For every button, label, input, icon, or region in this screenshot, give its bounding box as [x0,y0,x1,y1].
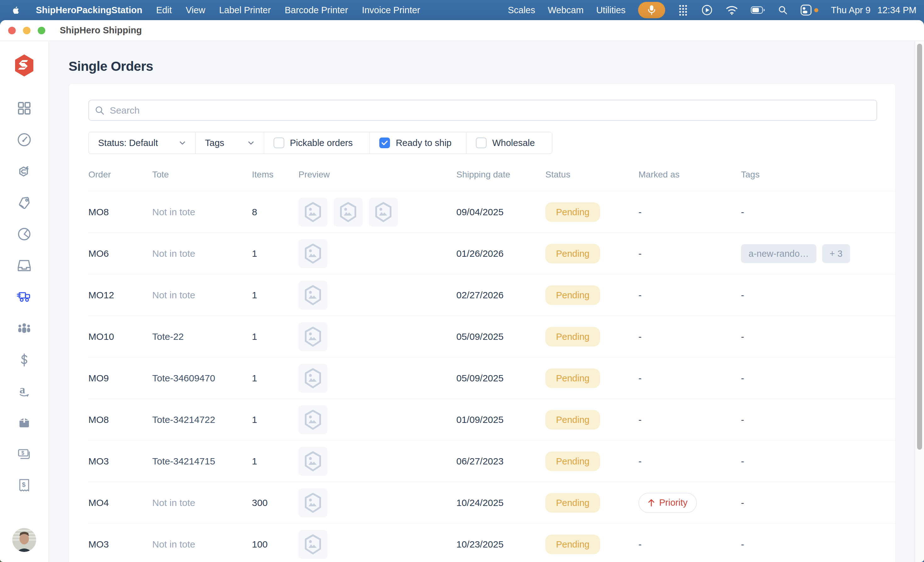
table-row[interactable]: MO8 Tote-34214722 1 01/09/2025 Pending -… [88,399,896,440]
sidebar-item-billing[interactable] [13,349,35,371]
column-header-preview: Preview [298,170,456,180]
product-image-placeholder-icon [298,281,327,310]
status-cell: Pending [545,535,638,554]
tags-cell: - [741,539,896,550]
apple-menu[interactable] [9,4,20,17]
tote-cell: Not in tote [152,497,252,508]
column-header-items: Items [252,170,298,180]
table-row[interactable]: MO3 Not in tote 100 10/23/2025 Pending -… [88,523,896,562]
ready-to-ship-checkbox[interactable]: Ready to ship [369,132,466,153]
package-icon [17,416,32,430]
wifi-button[interactable] [726,5,738,15]
sidebar-item-tags[interactable] [13,192,35,214]
checkbox-unchecked-icon [476,138,486,148]
tags-cell: - [741,207,896,218]
sidebar-item-inbox[interactable] [13,255,35,276]
sidebar-item-invoices[interactable]: $ [13,475,35,497]
menu-label-printer[interactable]: Label Printer [219,5,271,15]
table-body: MO8 Not in tote 8 09/04/2025 Pending - -… [88,191,896,562]
product-image-placeholder-icon [369,198,398,227]
column-header-order: Order [88,170,152,180]
order-cell: MO3 [88,539,152,550]
search-icon [94,105,105,116]
table-row[interactable]: MO8 Not in tote 8 09/04/2025 Pending - - [88,191,896,233]
pickable-orders-checkbox[interactable]: Pickable orders [264,132,370,153]
minimize-button[interactable] [23,27,30,34]
dots-grid-button[interactable] [678,3,688,17]
tag-icon [17,195,32,210]
menu-edit[interactable]: Edit [156,5,172,15]
pie-chart-icon [17,227,32,241]
play-circle-button[interactable] [701,4,713,16]
battery-button[interactable] [751,6,765,15]
table-row[interactable]: MO9 Tote-34609470 1 05/09/2025 Pending -… [88,357,896,399]
menubar-clock[interactable]: Thu Apr 9 12:34 PM [831,5,916,15]
shipping-date-cell: 06/27/2023 [456,456,545,467]
status-cell: Pending [545,327,638,346]
user-switch-icon [800,5,812,16]
window-title-bar[interactable]: ShipHero Shipping [0,20,924,41]
sidebar-item-products[interactable] [13,412,35,434]
sidebar-item-shipments[interactable] [13,286,35,308]
sidebar-item-amazon[interactable]: a [13,380,35,403]
menu-scales[interactable]: Scales [508,5,535,15]
status-cell: Pending [545,368,638,388]
sidebar-item-fulfillment[interactable] [13,160,35,182]
zoom-button[interactable] [38,27,45,34]
table-row[interactable]: MO4 Not in tote 300 10/24/2025 Pending P… [88,482,896,523]
sidebar-item-home[interactable] [13,54,35,77]
battery-icon [751,6,765,15]
order-cell: MO8 [88,207,152,218]
table-row[interactable]: MO10 Tote-22 1 05/09/2025 Pending - - [88,316,896,357]
user-switch-button[interactable] [800,5,818,16]
sidebar-item-analytics[interactable] [13,223,35,245]
svg-text:$: $ [22,481,26,488]
scrollbar-thumb[interactable] [917,44,922,450]
user-avatar-photo [12,528,36,552]
table-row[interactable]: MO6 Not in tote 1 01/26/2026 Pending - a… [88,233,896,274]
menu-webcam[interactable]: Webcam [548,5,584,15]
order-cell: MO4 [88,497,152,508]
user-avatar[interactable] [12,528,36,552]
pickable-orders-label: Pickable orders [290,138,353,148]
product-image-placeholder-icon [298,447,327,476]
amazon-icon: a [17,384,32,399]
table-row[interactable]: MO12 Not in tote 1 02/27/2026 Pending - … [88,274,896,316]
marked-as-cell: - [638,290,741,301]
ready-to-ship-label: Ready to ship [396,138,451,148]
shiphero-logo [14,54,35,77]
menubar-app-name[interactable]: ShipHeroPackingStation [36,5,142,15]
status-dropdown[interactable]: Status: Default [89,132,195,153]
status-cell: Pending [545,452,638,471]
microphone-status-button[interactable] [638,2,665,18]
preview-cell [298,239,456,268]
menu-view[interactable]: View [186,5,205,15]
close-button[interactable] [8,27,16,34]
wholesale-checkbox[interactable]: Wholesale [466,132,552,153]
sidebar-item-performance[interactable] [13,129,35,151]
menu-barcode-printer[interactable]: Barcode Printer [285,5,348,15]
hexagon-timer-icon [17,164,32,179]
items-cell: 1 [252,456,298,467]
shipping-date-cell: 05/09/2025 [456,373,545,383]
product-image-placeholder-icon [298,488,327,517]
preview-cell [298,488,456,517]
sidebar-item-team[interactable] [13,317,35,340]
status-cell: Pending [545,493,638,512]
menu-utilities[interactable]: Utilities [596,5,626,15]
menu-invoice-printer[interactable]: Invoice Printer [362,5,420,15]
spotlight-search-button[interactable] [778,5,788,15]
tag-chip: + 3 [822,244,850,263]
preview-cell [298,281,456,310]
column-header-tags: Tags [741,170,896,180]
tags-dropdown[interactable]: Tags [195,132,264,153]
shipping-date-cell: 01/26/2026 [456,248,545,259]
marked-as-cell: - [638,456,741,467]
table-row[interactable]: MO3 Tote-34214715 1 06/27/2023 Pending -… [88,440,896,482]
sidebar-item-payments[interactable]: $ [13,443,35,466]
inbox-tray-icon [16,258,32,272]
sidebar-item-dashboard[interactable] [13,97,35,119]
play-circle-icon [701,4,713,16]
search-input[interactable] [88,100,877,121]
scrollbar-track[interactable] [915,41,924,562]
